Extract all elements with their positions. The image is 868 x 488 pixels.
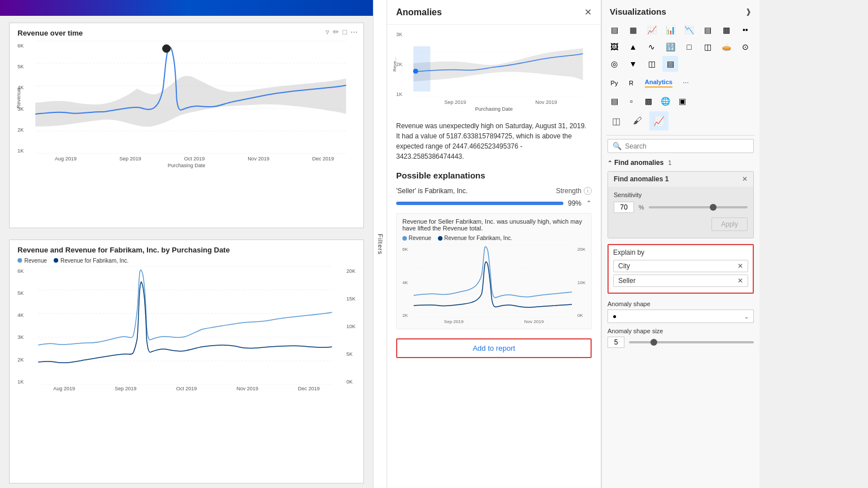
viz-icon-kpi[interactable]: 🔢	[662, 39, 678, 55]
anomalies-close-button[interactable]: ✕	[584, 7, 592, 18]
fa-card-title: Find anomalies 1	[614, 175, 669, 183]
size-slider-track[interactable]	[629, 341, 754, 343]
explanation-progress-bar	[396, 202, 563, 205]
explanation-detail-text: Revenue for Seller Fabrikam, Inc. was un…	[402, 218, 585, 232]
add-to-report-button[interactable]: Add to report	[396, 338, 592, 358]
fa-card-body: Sensitivity 70 % Apply	[608, 187, 753, 238]
filter-icon[interactable]: ▿	[326, 28, 329, 36]
viz-icon-a2[interactable]: ▫	[623, 93, 639, 109]
strength-label: Strength	[556, 187, 581, 195]
explain-tag-seller-label: Seller	[618, 277, 636, 285]
chart2-legend-revenue: Revenue	[24, 258, 47, 264]
more-icon[interactable]: ⋯	[350, 28, 358, 36]
explain-tag-city: City ✕	[613, 260, 748, 272]
viz-icon-linechart2[interactable]: ∿	[644, 39, 659, 55]
viz-icon-ribbon[interactable]: ▩	[719, 22, 735, 38]
viz-icon-column[interactable]: ▦	[625, 22, 641, 38]
viz-icon-gauge[interactable]: ◎	[606, 56, 622, 72]
explain-tag-seller-close[interactable]: ✕	[737, 277, 743, 285]
viz-icon-map[interactable]: ▲	[625, 39, 641, 55]
chart1-y-tick-6k: 6K	[18, 43, 24, 49]
chart2-legend-dot-revenue	[18, 258, 22, 263]
viz-icon-r[interactable]: Py	[606, 75, 622, 91]
mini-chart-x-label: Purchasing Date	[396, 106, 592, 112]
chart2-legend-dot-fabrikam	[54, 258, 58, 263]
anomaly-size-section: Anomaly shape size 5	[602, 325, 760, 352]
explanation-header: 'Seller' is Fabrikam, Inc. Strength i	[387, 185, 601, 197]
detail-legend-fabrikam: Revenue for Fabrikam, Inc.	[444, 235, 513, 241]
viz-icon-line[interactable]: 📈	[644, 22, 659, 38]
viz-icon-a3[interactable]: ▩	[640, 93, 656, 109]
viz-tab-fields[interactable]: ◫	[606, 111, 626, 130]
viz-icon-image[interactable]: 🖼	[606, 39, 622, 55]
sensitivity-slider-thumb[interactable]	[710, 204, 717, 211]
viz-tab-format[interactable]: 🖌	[628, 111, 647, 130]
explain-by-section: Explain by City ✕ Seller ✕	[607, 244, 754, 294]
viz-icon-matrix[interactable]: ◫	[644, 56, 659, 72]
viz-icon-area[interactable]: 📉	[682, 22, 697, 38]
progress-bar-container: 99% ⌃	[387, 197, 601, 210]
explanation-strength-pct: 99%	[568, 199, 581, 207]
edit-icon[interactable]: ✏	[333, 28, 339, 36]
chart2-svg	[26, 266, 344, 385]
viz-icon-a1[interactable]: ▤	[606, 93, 622, 109]
chart1-x-sep: Sep 2019	[119, 156, 141, 162]
chart1-y-axis-label: Revenue	[16, 88, 21, 108]
sensitivity-row: 70 %	[614, 202, 748, 213]
viz-icon-waterfall[interactable]: ▤	[662, 56, 678, 72]
expand-icon[interactable]: □	[342, 28, 347, 36]
chart1-x-oct: Oct 2019	[184, 156, 205, 162]
viz-icon-a4[interactable]: 🌐	[657, 93, 673, 109]
viz-icon-stacked[interactable]: ▤	[700, 22, 716, 38]
analytics-underline	[645, 86, 672, 88]
viz-icon-card[interactable]: □	[682, 39, 697, 55]
size-row: 5	[607, 337, 754, 348]
viz-header: Visualizations ❱	[602, 0, 760, 20]
anomalies-header: Anomalies ✕	[387, 0, 601, 25]
chart1-x-nov: Nov 2019	[248, 156, 270, 162]
anomaly-shape-select[interactable]: ● ⌄	[607, 310, 754, 323]
search-input[interactable]	[625, 142, 749, 150]
viz-icons-grid: ▤ ▦ 📈 📊 📉 ▤ ▩ •• 🖼 ▲ ∿ 🔢 □ ◫ 🥧 ⊙ ◎ ▼ ◫ ▤	[602, 20, 760, 74]
filters-label: Filters	[377, 234, 384, 255]
viz-icon-scatter[interactable]: ••	[737, 22, 753, 38]
possible-explanations-title: Possible explanations	[387, 168, 601, 185]
search-box[interactable]: 🔍	[607, 139, 754, 153]
viz-tab-analytics[interactable]: 📈	[649, 111, 669, 130]
visualizations-panel: Visualizations ❱ ▤ ▦ 📈 📊 📉 ▤ ▩ •• 🖼 ▲ ∿ …	[601, 0, 760, 488]
viz-icon-bar[interactable]: ▤	[606, 22, 622, 38]
chart1-x-aug: Aug 2019	[55, 156, 77, 162]
filters-panel[interactable]: Filters	[373, 0, 387, 488]
viz-icon-more-row[interactable]: ⋯	[678, 75, 694, 91]
size-slider-thumb[interactable]	[650, 339, 657, 346]
chart1-y-tick-1k: 1K	[18, 148, 24, 154]
search-icon: 🔍	[613, 142, 622, 150]
apply-button[interactable]: Apply	[711, 217, 748, 231]
anomaly-size-value[interactable]: 5	[607, 337, 624, 348]
viz-icon-a5[interactable]: ▣	[674, 93, 690, 109]
viz-icon-custom[interactable]: R	[623, 75, 639, 91]
fa-card-close-button[interactable]: ✕	[742, 175, 748, 183]
viz-icon-donut[interactable]: ⊙	[737, 39, 753, 55]
explain-tag-city-close[interactable]: ✕	[737, 262, 743, 270]
sensitivity-slider-track[interactable]	[649, 206, 748, 208]
viz-title: Visualizations	[610, 7, 666, 16]
chart1-x-dec: Dec 2019	[313, 156, 335, 162]
viz-tab-icons: ◫ 🖌 📈	[602, 110, 760, 134]
anomalies-mini-chart: 3K 2K 1K Reve...	[387, 25, 601, 116]
fa-card-header: Find anomalies 1 ✕	[608, 172, 753, 187]
viz-icon-funnel[interactable]: ▼	[625, 56, 641, 72]
anomaly-shape-section: Anomaly shape ● ⌄	[602, 297, 760, 325]
viz-icon-table[interactable]: ◫	[700, 39, 716, 55]
viz-expand-icon[interactable]: ❱	[745, 7, 752, 16]
viz-icon-bar2[interactable]: 📊	[662, 22, 678, 38]
chart-toolbar-1[interactable]: ▿ ✏ □ ⋯	[326, 28, 358, 36]
sensitivity-value[interactable]: 70	[614, 202, 634, 213]
analytics-tab[interactable]: Analytics	[640, 76, 677, 90]
explanation-seller-label: 'Seller' is Fabrikam, Inc.	[396, 187, 468, 195]
chart1-y-tick-5k: 5K	[18, 64, 24, 69]
expand-explanation-icon[interactable]: ⌃	[586, 199, 592, 207]
find-anomalies-chevron-icon: ⌃	[607, 160, 612, 166]
viz-icon-pie[interactable]: 🥧	[719, 39, 735, 55]
find-anomalies-count: 1	[668, 159, 671, 166]
